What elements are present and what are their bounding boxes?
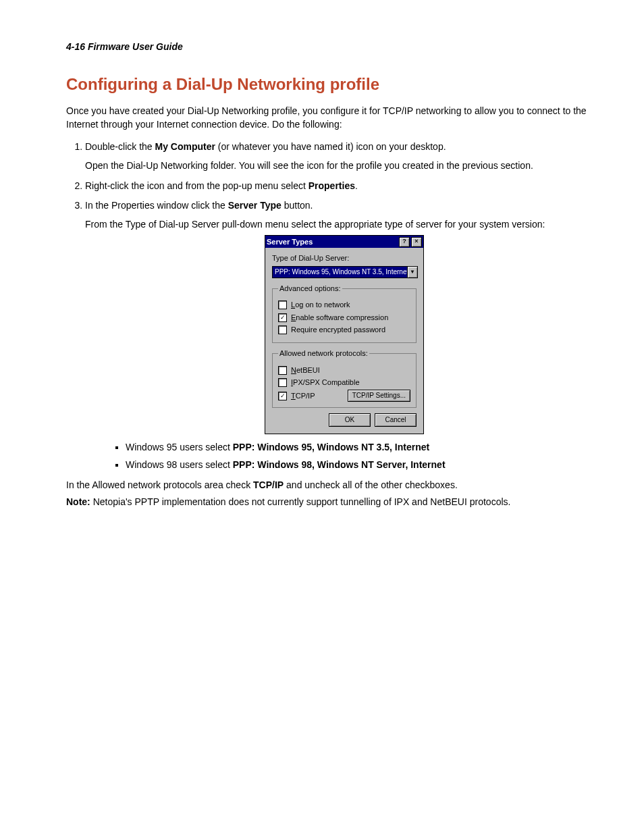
section-title: Configuring a Dial-Up Networking profile [66, 73, 606, 96]
ipx-label: IPX/SPX Compatible [291, 377, 360, 388]
step-3-text: In the Properties window click the Serve… [85, 200, 313, 211]
tcpip-settings-button[interactable]: TCP/IP Settings... [348, 390, 410, 402]
encrypted-checkbox-row[interactable]: Require encrypted password [278, 325, 410, 335]
steps-list: Double-click the My Computer (or whateve… [66, 140, 606, 471]
compression-checkbox[interactable]: ✓ [278, 313, 287, 322]
encrypted-label: Require encrypted password [291, 325, 385, 335]
netbeui-label: NetBEUI [291, 365, 320, 375]
step-3-detail: From the Type of Dial-up Server pull-dow… [85, 218, 606, 232]
ipx-checkbox[interactable] [278, 378, 287, 387]
dialog-titlebar: Server Types ? × [265, 236, 423, 248]
ok-button[interactable]: OK [329, 413, 371, 427]
note-paragraph: Note: Netopia's PPTP implementation does… [66, 496, 606, 509]
compression-label: Enable software compression [291, 313, 388, 323]
advanced-options-group: Advanced options: Log on to network ✓ En… [272, 284, 417, 344]
logon-checkbox-row[interactable]: Log on to network [278, 300, 410, 310]
step-1-detail: Open the Dial-Up Networking folder. You … [85, 159, 606, 173]
dialog-title: Server Types [267, 237, 398, 247]
tcpip-checkbox[interactable]: ✓ [278, 392, 287, 400]
server-type-dropdown[interactable]: PPP: Windows 95, Windows NT 3.5, Interne… [272, 266, 418, 278]
cancel-button[interactable]: Cancel [375, 413, 417, 427]
compression-checkbox-row[interactable]: ✓ Enable software compression [278, 313, 410, 323]
page-header: 4-16 Firmware User Guide [66, 41, 606, 54]
type-label: Type of Dial-Up Server: [272, 253, 417, 263]
step-3: In the Properties window click the Serve… [85, 199, 606, 472]
advanced-legend: Advanced options: [278, 284, 342, 294]
step-1-text: Double-click the My Computer (or whateve… [85, 141, 446, 152]
help-icon[interactable]: ? [399, 237, 410, 247]
netbeui-checkbox-row[interactable]: NetBEUI [278, 365, 410, 375]
logon-checkbox[interactable] [278, 301, 287, 309]
protocols-group: Allowed network protocols: NetBEUI IPX/S… [272, 348, 417, 408]
netbeui-checkbox[interactable] [278, 366, 287, 375]
server-types-dialog: Server Types ? × Type of Dial-Up Server:… [265, 235, 424, 434]
bullet-win95: Windows 95 users select PPP: Windows 95,… [126, 441, 606, 454]
bullet-win98: Windows 98 users select PPP: Windows 98,… [126, 459, 606, 472]
tcpip-label: TCP/IP [291, 391, 315, 401]
tcpip-checkbox-row[interactable]: ✓ TCP/IP [278, 391, 315, 401]
step-2: Right-click the icon and from the pop-up… [85, 180, 606, 193]
logon-label: Log on to network [291, 300, 350, 310]
chevron-down-icon[interactable]: ▼ [407, 267, 417, 278]
version-bullets: Windows 95 users select PPP: Windows 95,… [85, 441, 606, 471]
protocols-legend: Allowed network protocols: [278, 348, 369, 359]
step-1: Double-click the My Computer (or whateve… [85, 140, 606, 172]
ipx-checkbox-row[interactable]: IPX/SPX Compatible [278, 377, 410, 388]
encrypted-checkbox[interactable] [278, 325, 287, 334]
intro-paragraph: Once you have created your Dial-Up Netwo… [66, 105, 606, 131]
tcpip-instruction: In the Allowed network protocols area ch… [66, 479, 606, 492]
close-icon[interactable]: × [411, 237, 422, 247]
server-type-value: PPP: Windows 95, Windows NT 3.5, Interne… [273, 267, 407, 278]
